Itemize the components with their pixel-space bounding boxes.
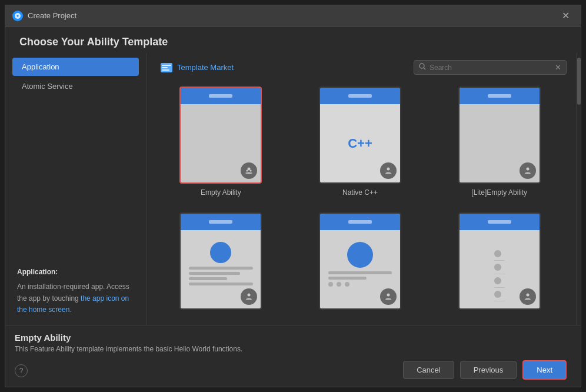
bar-elem-lite	[488, 94, 511, 98]
svg-rect-2	[162, 65, 171, 66]
card-badge-cpp	[380, 162, 397, 179]
card-preview-wrapper-cpp: C++	[319, 87, 401, 184]
create-project-dialog: Create Project ✕ Choose Your Ability Tem…	[5, 5, 581, 387]
template-market-icon	[161, 63, 172, 72]
feature-line	[328, 277, 367, 280]
desc-link[interactable]: the app icon on the home screen.	[17, 294, 129, 314]
sidebar-description: Application: An installation-required ap…	[12, 257, 139, 320]
cancel-button[interactable]: Cancel	[403, 361, 454, 379]
dialog-body: Application Atomic Service Application: …	[5, 53, 581, 325]
card-top-bar-f1	[181, 214, 261, 230]
sidebar: Application Atomic Service Application: …	[5, 53, 146, 325]
search-input[interactable]	[429, 64, 555, 72]
feature-line	[328, 271, 392, 274]
template-market-label: Template Market	[177, 63, 234, 72]
templates-grid: Empty Ability C++	[156, 84, 567, 318]
card-preview-cpp: C++	[320, 88, 400, 182]
template-name-lite-empty: [Lite]Empty Ability	[471, 188, 527, 197]
card-body-cpp: C++	[320, 104, 400, 182]
card-top-bar-lite	[460, 88, 540, 104]
next-button[interactable]: Next	[522, 360, 567, 380]
card-preview-lite	[460, 88, 540, 182]
card-top-bar-list	[460, 214, 540, 230]
previous-button[interactable]: Previous	[460, 361, 517, 379]
sidebar-nav: Application Atomic Service	[12, 58, 139, 95]
card-body-empty	[181, 104, 261, 182]
feature-line	[189, 267, 253, 270]
svg-point-10	[387, 168, 389, 171]
card-badge-lite	[520, 162, 536, 179]
card-badge-f1	[241, 288, 257, 305]
card-top-bar-cpp	[320, 88, 400, 104]
template-card-native-cpp[interactable]: C++ Native C++	[295, 84, 425, 201]
list-circle	[494, 291, 501, 298]
help-button[interactable]: ?	[15, 364, 28, 377]
bar-elem-f1	[209, 220, 232, 224]
bar-elem	[209, 94, 232, 98]
dialog-heading: Choose Your Ability Template	[19, 36, 567, 48]
svg-point-7	[248, 168, 251, 171]
bar-elem-cpp	[348, 94, 372, 98]
svg-point-8	[247, 170, 248, 172]
card-top-bar	[181, 88, 261, 104]
dot	[328, 282, 333, 287]
card-preview-f2	[320, 214, 400, 308]
card-badge-list	[520, 288, 536, 305]
dialog-header: Choose Your Ability Template	[5, 26, 581, 53]
list-circle	[494, 264, 501, 271]
svg-point-9	[250, 170, 252, 172]
card-preview-wrapper-f1	[179, 212, 262, 310]
card-body-lite	[460, 104, 540, 182]
desc-title: Application:	[17, 267, 134, 278]
svg-point-11	[526, 168, 529, 171]
selected-template-name: Empty Ability	[15, 333, 571, 343]
list-row-1	[494, 247, 505, 261]
dialog-footer: Cancel Previous Next	[5, 353, 581, 387]
card-preview-wrapper-f2	[319, 212, 401, 310]
desc-text: An installation-required app. Access the…	[17, 283, 129, 313]
feature-dots	[328, 282, 392, 287]
card-body-f1	[181, 230, 261, 308]
feature-circle-large-f2	[347, 242, 373, 268]
search-icon	[419, 63, 426, 72]
search-clear-icon[interactable]: ✕	[555, 63, 561, 72]
svg-point-5	[419, 64, 424, 68]
app-icon	[12, 11, 23, 21]
feature-lines-f2	[328, 271, 392, 287]
template-card-lite-empty[interactable]: [Lite]Empty Ability	[434, 84, 564, 201]
card-top-bar-f2	[320, 214, 400, 230]
template-card-empty-ability[interactable]: Empty Ability	[156, 84, 286, 201]
cpp-label: C++	[348, 136, 372, 151]
sidebar-item-atomic-service[interactable]: Atomic Service	[12, 77, 139, 95]
template-card-feature-1[interactable]	[156, 210, 286, 318]
feature-lines-f1	[189, 267, 253, 285]
bar-elem-f2	[348, 220, 372, 224]
template-name-empty-ability: Empty Ability	[201, 188, 241, 197]
card-preview-wrapper-empty	[179, 87, 262, 184]
dialog-title: Create Project	[28, 11, 557, 20]
scrollbar[interactable]	[576, 53, 581, 325]
svg-rect-4	[162, 69, 169, 71]
main-content: Template Market ✕	[146, 53, 576, 325]
template-market-button[interactable]: Template Market	[156, 61, 238, 75]
selected-template-description: This Feature Ability template implements…	[15, 345, 571, 353]
svg-point-13	[387, 293, 389, 296]
list-row-4	[494, 288, 505, 301]
feature-circle-f1	[210, 242, 231, 263]
svg-line-6	[424, 68, 425, 69]
card-badge-empty	[241, 162, 257, 179]
scrollbar-thumb	[577, 58, 581, 105]
card-preview-f1	[181, 214, 261, 308]
list-circle	[494, 277, 501, 284]
dot	[337, 282, 341, 287]
svg-rect-3	[162, 67, 168, 68]
sidebar-item-application[interactable]: Application	[12, 58, 139, 76]
list-row-3	[494, 274, 505, 288]
title-bar: Create Project ✕	[5, 5, 581, 26]
card-body-f2	[320, 230, 400, 308]
template-name-native-cpp: Native C++	[342, 188, 378, 197]
template-card-feature-2[interactable]	[295, 210, 425, 318]
close-button[interactable]: ✕	[557, 8, 574, 24]
card-preview-empty	[181, 88, 261, 182]
template-card-list[interactable]	[434, 210, 564, 318]
